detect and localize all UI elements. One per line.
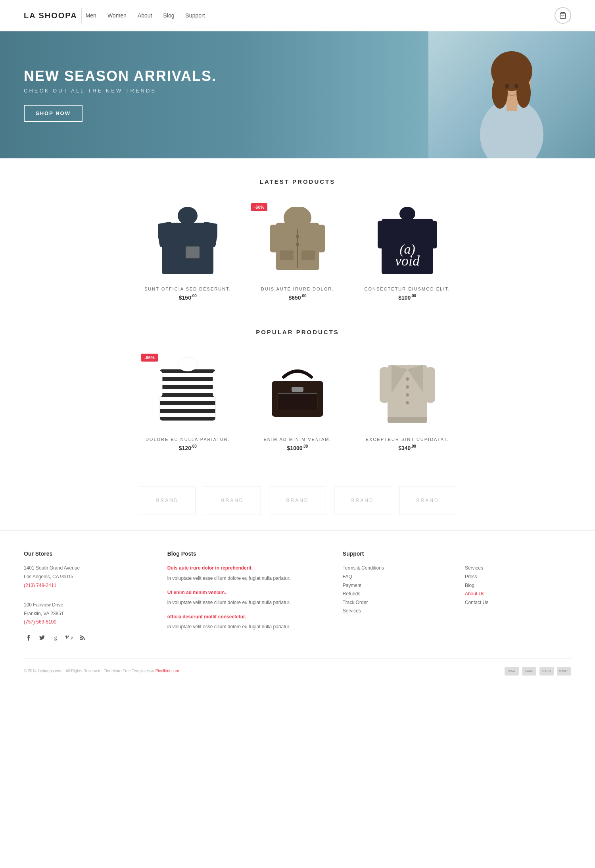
hero-image (428, 31, 595, 158)
cardigan-svg (380, 357, 435, 425)
svg-rect-32 (156, 377, 219, 381)
twitter-icon[interactable] (37, 633, 47, 643)
nav-support[interactable]: Support (186, 12, 205, 19)
latest-products-section: LATEST PRODUCTS SUNT OFFICIA SED DESERUN… (0, 158, 595, 321)
svg-rect-43 (278, 393, 317, 411)
blog-post-1-title[interactable]: Duis aute irure dolor in reprehenderit. (167, 564, 327, 573)
svg-point-56 (80, 639, 82, 640)
google-icon[interactable]: g (51, 633, 60, 643)
card-icon-1: CARD (522, 667, 536, 676)
svg-point-55 (406, 401, 409, 404)
product-image-4: -86% (139, 351, 237, 431)
support2-link-3[interactable]: Blog (465, 581, 571, 590)
support2-link-5[interactable]: Contact Us (465, 599, 571, 607)
store-address-2: 100 Fairview DriveFranklin, VA 23851 (24, 601, 152, 618)
blog-post-3-text: in voluptate velit esse cillum dolore eu… (167, 623, 327, 631)
support-title: Support (343, 550, 449, 557)
support2-link-4[interactable]: About Us (465, 590, 571, 599)
product-image-2: -50% (249, 201, 347, 280)
product-name-4: DOLORE EU NULLA PARIATUR. (139, 437, 237, 442)
svg-rect-10 (178, 207, 198, 225)
blog-post-2-text: in voluptate velit esse cillum dolore eu… (167, 599, 327, 607)
latest-grid: SUNT OFFICIA SED DESERUNT. $150.00 -50% (139, 201, 456, 301)
store-phone-2[interactable]: (757) 569-6100 (24, 618, 152, 627)
facebook-icon[interactable] (24, 633, 33, 643)
hero-content: NEW SEASON ARRIVALS. CHECK OUT ALL THE N… (0, 44, 240, 146)
blog-post-1-text: in voluptate velit esse cillum dolore eu… (167, 574, 327, 583)
blog-title: Blog Posts (167, 550, 327, 557)
brand-3[interactable]: BRAND (269, 487, 326, 514)
product-image-6 (358, 351, 456, 431)
nav-divider (81, 8, 82, 23)
popular-products-section: POPULAR PRODUCTS -86% (0, 321, 595, 471)
svg-point-54 (406, 393, 409, 396)
void-svg: (a) void (378, 207, 437, 274)
svg-rect-37 (156, 417, 219, 421)
popular-title: POPULAR PRODUCTS (24, 329, 571, 335)
brand-1[interactable]: BRAND (139, 487, 196, 514)
product-name-5: ENIM AD MINIM VENIAM. (249, 437, 347, 442)
nav-men[interactable]: Men (86, 12, 96, 19)
product-price-6: $340.00 (358, 444, 456, 451)
product-card-3[interactable]: (a) void CONSECTETUR EIUSMOD ELIT. $100.… (358, 201, 456, 301)
svg-rect-51 (388, 417, 427, 423)
brand-2[interactable]: BRAND (204, 487, 261, 514)
shop-now-button[interactable]: SHOP NOW (24, 105, 83, 122)
svg-point-5 (516, 78, 531, 108)
support-link-1[interactable]: Terms & Conditions (343, 564, 449, 573)
svg-point-8 (514, 84, 518, 89)
nav-blog[interactable]: Blog (163, 12, 174, 19)
product-image-3: (a) void (358, 201, 456, 280)
product-price-2: $650.00 (249, 294, 347, 301)
product-card-4[interactable]: -86% (139, 351, 237, 451)
jacket-svg (270, 207, 325, 274)
brands-section: BRAND BRAND BRAND BRAND BRAND (0, 471, 595, 530)
product-image-1 (139, 201, 237, 280)
site-logo[interactable]: LA SHOOPA (24, 11, 77, 20)
svg-rect-13 (186, 246, 200, 258)
svg-rect-45 (292, 387, 303, 392)
blog-post-2-title[interactable]: Ut enim ad minim veniam. (167, 589, 327, 597)
svg-point-20 (296, 243, 299, 246)
support2-link-2[interactable]: Press (465, 573, 571, 581)
vimeo-icon[interactable]: v (64, 633, 74, 643)
svg-rect-25 (378, 221, 385, 248)
support-link-2[interactable]: FAQ (343, 573, 449, 581)
svg-rect-49 (380, 367, 390, 403)
pixelhint-link[interactable]: Pixelhint.com (155, 669, 179, 673)
support-link-3[interactable]: Payment (343, 581, 449, 590)
product-price-3: $100.00 (358, 294, 456, 301)
product-card-5[interactable]: ENIM AD MINIM VENIAM. $1000.00 (249, 351, 347, 451)
bag-svg (268, 361, 327, 421)
brand-5[interactable]: BRAND (399, 487, 456, 514)
footer: Our Stores 1401 South Grand AvenueLos An… (0, 530, 595, 687)
svg-rect-22 (317, 225, 325, 252)
support-link-5[interactable]: Track Order (343, 599, 449, 607)
social-icons: g v (24, 633, 152, 643)
svg-rect-41 (213, 371, 219, 397)
hero-section: NEW SEASON ARRIVALS. CHECK OUT ALL THE N… (0, 31, 595, 158)
svg-rect-50 (425, 367, 435, 403)
brand-4[interactable]: BRAND (334, 487, 391, 514)
svg-rect-17 (280, 250, 294, 260)
product-card-1[interactable]: SUNT OFFICIA SED DESERUNT. $150.00 (139, 201, 237, 301)
support2-link-1[interactable]: Services (465, 564, 571, 573)
brands-row: BRAND BRAND BRAND BRAND BRAND (139, 487, 456, 514)
support-link-6[interactable]: Services (343, 607, 449, 616)
nav-women[interactable]: Women (107, 12, 127, 19)
svg-rect-36 (156, 409, 219, 413)
rss-icon[interactable] (78, 633, 87, 643)
store-phone-1[interactable]: (213) 748-2411 (24, 581, 152, 590)
support-link-4[interactable]: Refunds (343, 590, 449, 599)
sweater-svg (158, 207, 217, 274)
svg-point-19 (296, 235, 299, 238)
blog-post-3-title[interactable]: officia deserunt mollit consectetur. (167, 613, 327, 622)
product-card-6[interactable]: EXCEPTEUR SINT CUPIDATAT. $340.00 (358, 351, 456, 451)
footer-blog: Blog Posts Duis aute irure dolor in repr… (167, 550, 327, 643)
svg-rect-35 (156, 401, 219, 405)
cart-button[interactable] (555, 7, 571, 24)
footer-support2: . Services Press Blog About Us Contact U… (465, 550, 571, 643)
product-card-2[interactable]: -50% (249, 201, 347, 301)
visa-icon: VISA (505, 667, 519, 676)
nav-about[interactable]: About (138, 12, 152, 19)
